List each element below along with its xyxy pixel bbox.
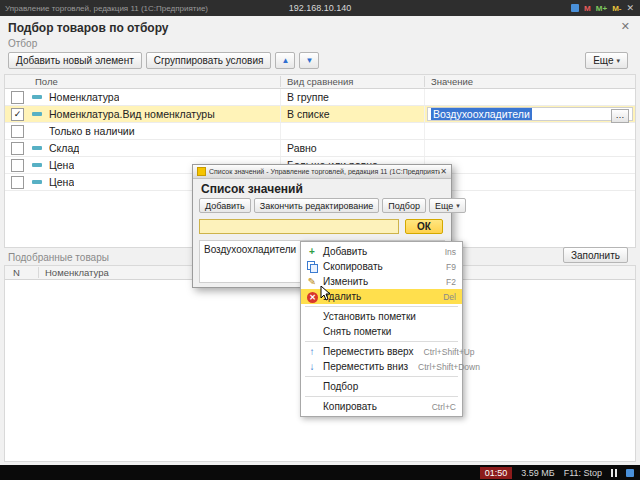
menu-item-shortcut: Ctrl+Shift+Down: [408, 362, 480, 372]
filter-field-icon: [32, 180, 42, 184]
add-new-element-button[interactable]: Добавить новый элемент: [8, 52, 142, 69]
menu-item-label: Скопировать: [323, 261, 383, 272]
choose-value-button[interactable]: …: [611, 109, 629, 123]
dialog-toolbar: Добавить Закончить редактирование Подбор…: [199, 198, 466, 213]
group-conditions-button[interactable]: Сгруппировать условия: [146, 52, 272, 69]
session-close-icon[interactable]: ✕: [626, 3, 634, 13]
filter-more-button[interactable]: Еще ▾: [585, 52, 628, 69]
filter-row[interactable]: Номенклатура В группе: [5, 89, 635, 106]
menu-item-shortcut: Ins: [435, 247, 456, 257]
filter-field-name: Номенклатура.Вид номенклатуры: [49, 108, 215, 120]
add-icon: +: [305, 246, 319, 257]
comparison-type: Равно: [287, 142, 317, 154]
filter-row[interactable]: Только в наличии: [5, 123, 635, 140]
arrow-up-icon: ▲: [281, 56, 289, 65]
menu-item-label: Копировать: [323, 401, 377, 412]
filter-field-icon: [32, 95, 42, 99]
filter-field-name: Номенклатура: [49, 91, 119, 103]
dialog-title-text: Список значений - Управление торговлей, …: [209, 168, 440, 175]
arrow-down-icon: ▼: [305, 56, 313, 65]
filter-section-label: Отбор: [8, 38, 37, 49]
remote-app-title: Управление торговлей, редакция 11 (1С:Пр…: [0, 4, 208, 13]
arrow-down-icon: ↓: [305, 361, 319, 372]
page-title: Подбор товаров по отбору: [8, 21, 169, 35]
monitor-plus-button[interactable]: M+: [596, 4, 607, 13]
remote-host-address: 192.168.10.140: [289, 3, 352, 13]
context-menu: + Добавить Ins Скопировать F9 ✎ Изменить…: [300, 241, 463, 417]
menu-item-label: Подбор: [323, 381, 358, 392]
check-icon: ✓: [14, 110, 22, 119]
memory-usage: 3.59 МБ: [521, 468, 554, 478]
filter-field-icon: [32, 163, 42, 167]
menu-item-shortcut: Ctrl+Shift+Up: [414, 347, 475, 357]
move-down-button[interactable]: ▼: [299, 52, 319, 69]
monitor-minus-button[interactable]: M-: [612, 4, 621, 13]
menu-item-label: Снять пометки: [323, 326, 391, 337]
menu-item-shortcut: F2: [436, 277, 456, 287]
pencil-icon: ✎: [305, 276, 319, 287]
menu-item-set-marks[interactable]: Установить пометки: [301, 309, 462, 324]
menu-item-copy-row[interactable]: Скопировать F9: [301, 259, 462, 274]
column-header-field: Поле: [5, 76, 281, 87]
filter-field-icon: [32, 146, 42, 150]
menu-item-move-up[interactable]: ↑ Переместить вверх Ctrl+Shift+Up: [301, 344, 462, 359]
filter-field-name: Цена: [49, 176, 74, 188]
menu-item-copy-clipboard[interactable]: Копировать Ctrl+C: [301, 399, 462, 414]
mouse-cursor: [320, 286, 332, 302]
menu-item-shortcut: F9: [436, 262, 456, 272]
chevron-down-icon: ▾: [616, 57, 620, 65]
stop-hint: F11: Stop: [564, 468, 602, 478]
filter-row[interactable]: Склад Равно: [5, 140, 635, 157]
filter-row-selected[interactable]: ✓ Номенклатура.Вид номенклатуры В списке…: [5, 106, 635, 123]
new-value-input[interactable]: [199, 219, 399, 234]
filter-field-name: Только в наличии: [49, 125, 135, 137]
row-use-checkbox[interactable]: [11, 142, 24, 155]
remote-session-bar: Управление торговлей, редакция 11 (1С:Пр…: [0, 0, 640, 16]
comparison-type: В группе: [287, 91, 329, 103]
menu-separator: [305, 341, 458, 342]
delete-icon: ✕: [307, 292, 318, 303]
column-header-comparison: Вид сравнения: [281, 76, 425, 87]
stop-icon[interactable]: [626, 469, 634, 477]
chevron-down-icon: ▾: [456, 202, 460, 210]
session-icon[interactable]: [571, 4, 579, 12]
menu-item-shortcut: Ctrl+C: [422, 402, 456, 412]
dialog-close-button[interactable]: ✕: [440, 167, 447, 176]
filter-field-name: Цена: [49, 159, 74, 171]
row-use-checkbox[interactable]: ✓: [11, 108, 24, 121]
fill-button[interactable]: Заполнить: [563, 247, 628, 263]
recording-time: 01:50: [480, 467, 513, 479]
column-header-value: Значение: [425, 76, 635, 87]
row-use-checkbox[interactable]: [11, 125, 24, 138]
app-icon: [197, 167, 206, 176]
monitor-button[interactable]: M: [584, 4, 591, 13]
screen: Управление торговлей, редакция 11 (1С:Пр…: [0, 0, 640, 480]
row-use-checkbox[interactable]: [11, 159, 24, 172]
value-input-field[interactable]: Воздухоохладители …: [427, 107, 633, 121]
comparison-type: В списке: [287, 108, 330, 120]
menu-item-label: Переместить вниз: [323, 361, 408, 372]
dialog-more-button[interactable]: Еще ▾: [429, 198, 466, 213]
menu-item-clear-marks[interactable]: Снять пометки: [301, 324, 462, 339]
menu-item-move-down[interactable]: ↓ Переместить вниз Ctrl+Shift+Down: [301, 359, 462, 374]
menu-item-add[interactable]: + Добавить Ins: [301, 244, 462, 259]
menu-item-label: Переместить вверх: [323, 346, 414, 357]
arrow-up-icon: ↑: [305, 346, 319, 357]
row-use-checkbox[interactable]: [11, 91, 24, 104]
filter-table-header: Поле Вид сравнения Значение: [5, 75, 635, 89]
column-header-n: N: [5, 267, 39, 278]
menu-separator: [305, 396, 458, 397]
row-use-checkbox[interactable]: [11, 176, 24, 189]
dialog-finish-editing-button[interactable]: Закончить редактирование: [254, 198, 379, 213]
ok-button[interactable]: ОК: [405, 219, 443, 234]
products-section-label: Подобранные товары: [8, 252, 109, 263]
dialog-titlebar[interactable]: Список значений - Управление торговлей, …: [193, 165, 451, 179]
filter-toolbar: Добавить новый элемент Сгруппировать усл…: [8, 52, 319, 69]
pause-icon[interactable]: [611, 469, 617, 477]
window-close-button[interactable]: ✕: [621, 20, 630, 33]
move-up-button[interactable]: ▲: [275, 52, 295, 69]
dialog-pick-button[interactable]: Подбор: [382, 198, 426, 213]
menu-item-pick[interactable]: Подбор: [301, 379, 462, 394]
status-bar: 01:50 3.59 МБ F11: Stop: [0, 465, 640, 480]
dialog-add-button[interactable]: Добавить: [199, 198, 251, 213]
